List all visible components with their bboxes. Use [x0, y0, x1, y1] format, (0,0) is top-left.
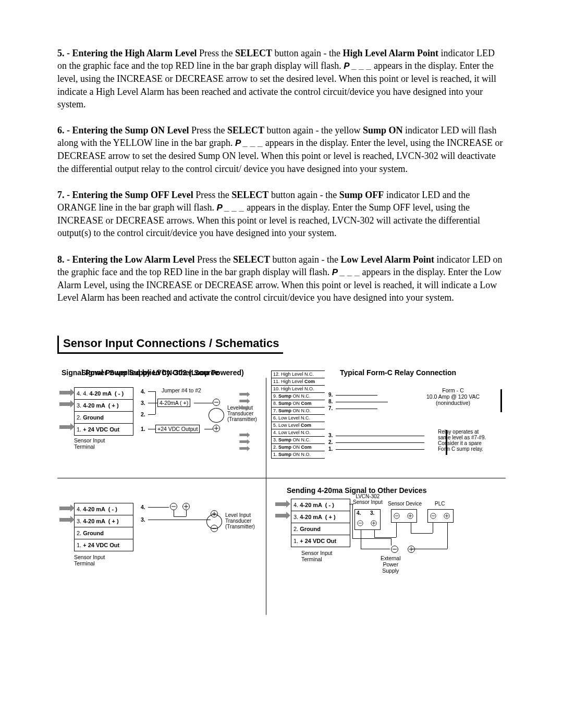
paragraph-7: 7. - Entering the Sump OFF Level Press t…	[57, 189, 506, 240]
minus-icon	[430, 513, 436, 519]
minus-icon	[357, 520, 363, 526]
plus-icon	[182, 503, 190, 510]
ext-power-label: External Power Supply	[381, 555, 401, 574]
formc-label: Form - C 10.0 Amp @ 120 VAC (noninductiv…	[426, 387, 480, 406]
lvcn-label: LVCN-302 Sensor Input	[353, 493, 383, 505]
arrow-icon	[59, 518, 71, 522]
arrow-icon	[59, 425, 71, 429]
box-420ma: 4-20mA ( +)	[157, 399, 190, 407]
arrow-icon	[275, 514, 287, 517]
para6-lead: 6. - Entering the Sump ON Level	[57, 125, 189, 135]
arrow-icon	[239, 447, 247, 450]
minus-icon	[213, 399, 220, 406]
arrow-icon	[59, 402, 71, 406]
sensor-device-label: Sensor Device	[388, 501, 422, 507]
q4-sensor-label: Sensor Input Terminal	[301, 550, 333, 562]
q4-terminal-box: 4. 4-20 mA ( - ) 3. 4-20 mA ( + ) 2. Gro…	[291, 499, 350, 547]
arrow-icon	[239, 400, 247, 402]
minus-icon	[391, 546, 398, 553]
divider-vertical	[266, 378, 266, 615]
schematics-diagram: Signal Power Supplied by LVCN-302 (Loop …	[57, 368, 506, 619]
para5-lead: 5. - Entering the High Alarm Level	[57, 48, 197, 58]
paragraph-5: 5. - Entering the High Alarm Level Press…	[57, 47, 506, 110]
section-title: Sensor Input Connections / Schematics	[57, 336, 283, 354]
level-input-label-2: Level Input Transducer (Transmitter)	[225, 512, 255, 529]
arrow-icon	[239, 434, 247, 436]
arrow-icon	[59, 391, 71, 394]
relay-note: Relay operates at same level as #7-#9. C…	[438, 429, 486, 452]
q1-terminal-box: 4. 4. 4-20 mA ( - )4. 4-20 mA ( - ) 3. 4…	[74, 387, 133, 436]
q3-sensor-label: Sensor Input Terminal	[74, 554, 105, 566]
term-row: 3. 4-20 mA ( + )	[75, 400, 133, 412]
arrow-icon	[59, 507, 71, 510]
q3-terminal-box: 4. 4-20 mA ( - ) 3. 4-20 mA ( + ) 2. Gro…	[74, 503, 133, 551]
arrow-icon	[239, 440, 247, 443]
q3-title: Signal Power Supplied by Other Source	[81, 368, 219, 377]
arrow-icon	[239, 406, 247, 409]
document-page: 5. - Entering the High Alarm Level Press…	[0, 0, 563, 728]
para8-lead: 8. - Entering the Low Alarm Level	[57, 254, 194, 265]
plus-icon	[444, 513, 449, 519]
q2-pinlist: 12. High Level N.C. 11. High Level Com 1…	[271, 371, 325, 459]
arrow-icon	[239, 393, 247, 396]
plc-label: PLC	[435, 501, 445, 507]
plus-icon	[211, 510, 218, 517]
plus-icon	[371, 520, 376, 526]
bracket-icon	[500, 389, 502, 412]
minus-icon	[394, 513, 399, 519]
q2-title: Typical Form-C Relay Connection	[340, 368, 456, 377]
minus-icon	[211, 525, 218, 532]
divider-horizontal	[57, 478, 506, 478]
transducer-icon	[209, 408, 224, 423]
box-24vdc: +24 VDC Output	[155, 425, 200, 433]
plus-icon	[407, 513, 413, 519]
term-row: 4. 4. 4-20 mA ( - )4. 4-20 mA ( - )	[75, 388, 133, 400]
paragraph-6: 6. - Entering the Sump ON Level Press th…	[57, 124, 506, 175]
para7-lead: 7. - Entering the Sump OFF Level	[57, 190, 193, 200]
q1-sensor-label: Sensor Input Terminal	[74, 437, 105, 450]
term-row: 2. Ground	[75, 412, 133, 424]
jumper-label: Jumper #4 to #2	[162, 387, 201, 393]
arrow-icon	[275, 502, 287, 506]
term-row: 1. + 24 VDC Out	[75, 424, 133, 435]
minus-icon	[170, 503, 177, 510]
plus-icon	[213, 425, 220, 432]
paragraph-8: 8. - Entering the Low Alarm Level Press …	[57, 253, 506, 304]
